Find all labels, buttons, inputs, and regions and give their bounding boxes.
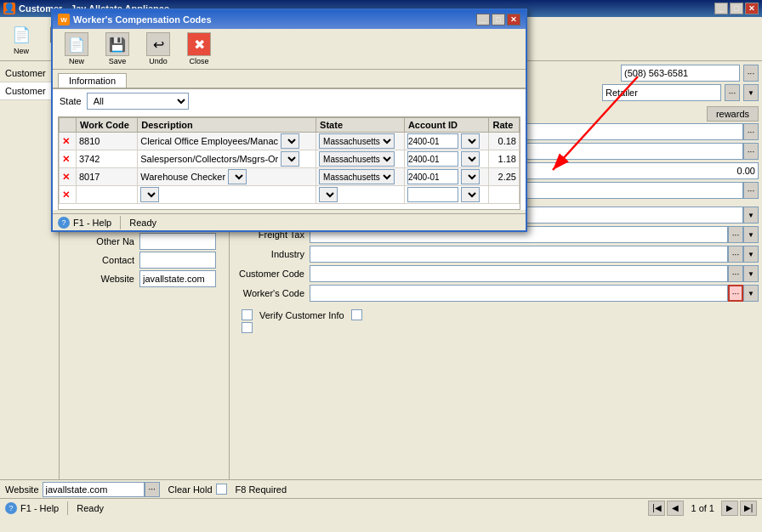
row2-check: ✕ — [62, 154, 70, 164]
dialog-status-text: Ready — [129, 218, 156, 228]
col-workcode: Work Code — [77, 118, 138, 133]
filter-label: State — [60, 96, 82, 106]
dialog-new-icon: 📄 — [65, 32, 88, 56]
svg-line-1 — [553, 76, 638, 170]
dialog-title-text: Worker's Compensation Codes — [73, 14, 212, 25]
row3-check: ✕ — [62, 172, 70, 182]
dialog-discard-label: Close — [189, 57, 208, 65]
row3-accountid-input[interactable] — [407, 169, 458, 184]
dialog-help-icon: ? — [58, 217, 70, 229]
dialog-minimize-button[interactable]: _ — [476, 14, 490, 25]
row4-description — [138, 186, 316, 204]
row2-accountid-select[interactable] — [461, 151, 480, 167]
arrow-annotation — [510, 51, 680, 221]
row4-accountid-select[interactable] — [461, 187, 480, 202]
dialog-title-bar: W Worker's Compensation Codes _ □ ✕ — [53, 10, 526, 29]
modal-overlay: W Worker's Compensation Codes _ □ ✕ 📄 Ne… — [0, 0, 762, 532]
state-filter-select[interactable]: All — [87, 93, 189, 110]
dialog-new-button[interactable]: 📄 New — [60, 32, 94, 65]
col-rate: Rate — [489, 118, 520, 133]
dialog-new-label: New — [69, 57, 84, 65]
row1-desc-select[interactable] — [281, 133, 299, 149]
table-row-empty[interactable]: ✕ — [60, 186, 520, 204]
row1-description: Clerical Office Employees/Manac — [138, 133, 316, 150]
dialog-save-button[interactable]: 💾 Save — [100, 32, 134, 65]
row1-state-select[interactable]: Massachusetts — [319, 133, 395, 149]
row2-workcode: 3742 — [77, 150, 138, 168]
table-row[interactable]: ✕ 3742 Salesperson/Collectors/Msgrs-Or M… — [60, 150, 520, 168]
col-state: State — [316, 118, 405, 133]
dialog-toolbar: 📄 New 💾 Save ↩ Undo ✖ Close — [53, 29, 526, 70]
row4-accountid-input[interactable] — [407, 187, 458, 202]
row2-accountid-input[interactable] — [407, 151, 458, 167]
col-accountid: Account ID — [404, 118, 489, 133]
row4-state-select[interactable] — [319, 187, 338, 202]
row4-rate — [489, 186, 520, 204]
workers-comp-table-container: Work Code Description State Account ID R… — [58, 116, 520, 210]
dialog-help-text: F1 - Help — [73, 218, 111, 228]
workers-comp-dialog: W Worker's Compensation Codes _ □ ✕ 📄 Ne… — [51, 8, 527, 232]
dialog-help-item: ? F1 - Help — [58, 217, 111, 229]
row3-rate: 2.25 — [489, 168, 520, 186]
col-description: Description — [138, 118, 316, 133]
dialog-status-sep — [120, 216, 121, 229]
dialog-info-tab[interactable]: Information — [58, 73, 127, 88]
table-row[interactable]: ✕ 8810 Clerical Office Employees/Manac M… — [60, 133, 520, 150]
dialog-title-buttons: _ □ ✕ — [476, 14, 520, 25]
row2-description: Salesperson/Collectors/Msgrs-Or — [138, 150, 316, 168]
row2-state-select[interactable]: Massachusetts — [319, 151, 395, 167]
workers-comp-table: Work Code Description State Account ID R… — [59, 117, 520, 204]
dialog-undo-icon: ↩ — [146, 32, 170, 56]
row1-check: ✕ — [62, 136, 70, 146]
row3-state-select[interactable]: Massachusetts — [319, 169, 395, 184]
dialog-icon: W — [58, 14, 70, 25]
dialog-undo-label: Undo — [149, 57, 168, 65]
row4-workcode — [77, 186, 138, 204]
row1-workcode: 8810 — [77, 133, 138, 150]
table-row[interactable]: ✕ 8017 Warehouse Checker Massachusetts — [60, 168, 520, 186]
row1-rate: 0.18 — [489, 133, 520, 150]
dialog-tab-bar: Information — [53, 70, 526, 88]
row3-workcode: 8017 — [77, 168, 138, 186]
dialog-body: State All Work Code Description State Ac… — [53, 88, 526, 210]
dialog-maximize-button[interactable]: □ — [492, 14, 505, 25]
row3-accountid-select[interactable] — [461, 169, 480, 184]
dialog-discard-button[interactable]: ✖ Close — [182, 32, 216, 65]
row3-description: Warehouse Checker — [138, 168, 316, 186]
row4-desc-select[interactable] — [140, 187, 159, 202]
row1-accountid-input[interactable] — [407, 133, 458, 149]
dialog-status-bar: ? F1 - Help Ready — [53, 213, 526, 230]
dialog-undo-button[interactable]: ↩ Undo — [141, 32, 175, 65]
row2-rate: 1.18 — [489, 150, 520, 168]
col-check — [60, 118, 77, 133]
dialog-discard-icon: ✖ — [187, 32, 211, 56]
row4-check: ✕ — [62, 190, 70, 200]
row3-desc-select[interactable] — [228, 169, 247, 184]
dialog-save-label: Save — [109, 57, 127, 65]
dialog-filter-row: State All — [53, 88, 526, 113]
row1-accountid-select[interactable] — [461, 133, 480, 149]
dialog-close-button[interactable]: ✕ — [507, 14, 520, 25]
row2-desc-select[interactable] — [281, 151, 299, 167]
dialog-save-icon: 💾 — [105, 32, 129, 56]
